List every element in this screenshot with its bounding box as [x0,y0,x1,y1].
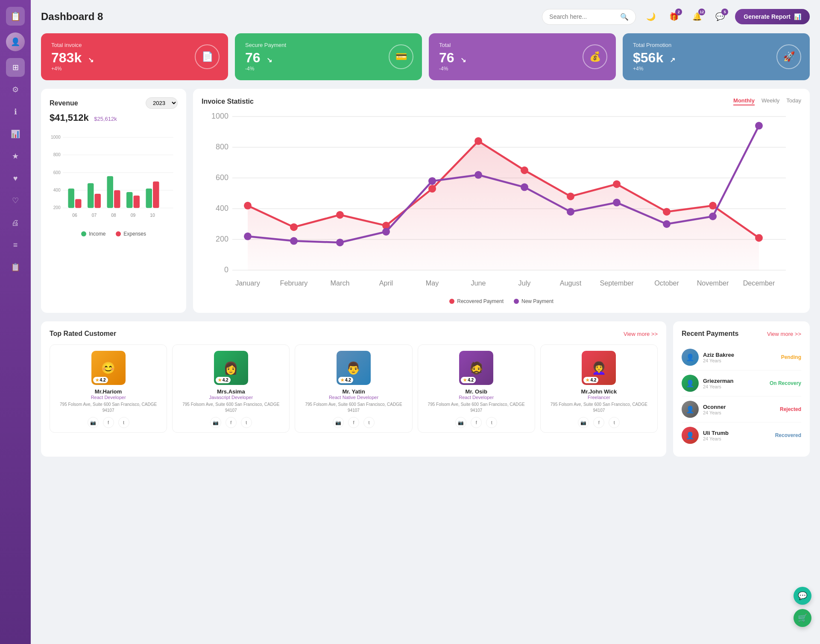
stat-label-payment: Secure Payment [245,42,286,48]
dark-mode-btn[interactable]: 🌙 [643,9,659,25]
sidebar-item-star[interactable]: ★ [6,147,25,166]
payment-status-3: Recovered [775,432,801,438]
facebook-icon-1[interactable]: f [226,417,237,428]
svg-point-62 [244,233,252,240]
payment-info-2: Oconner 24 Years [703,404,780,415]
bell-btn[interactable]: 🔔 12 [689,9,705,25]
chat-btn[interactable]: 💬 5 [712,9,728,25]
revenue-values: $41,512k $25,612k [50,112,178,123]
customer-addr-0: 795 Folsom Ave, Suite 600 San Francisco,… [54,402,162,414]
tab-weekly[interactable]: Weekly [761,97,779,105]
svg-text:June: June [471,279,486,287]
sidebar-item-print[interactable]: 🖨 [6,213,25,232]
svg-text:April: April [379,279,393,287]
legend-income: Income [81,231,105,237]
sidebar-item-dashboard[interactable]: ⊞ [6,58,25,77]
svg-rect-14 [95,194,101,208]
payment-age-0: 24 Years [703,358,781,363]
instagram-icon-3[interactable]: 📷 [455,417,466,428]
svg-rect-19 [126,192,132,208]
svg-rect-13 [88,183,94,208]
cart-float-btn[interactable]: 🛒 [794,609,811,627]
legend-recovered: Recovered Payment [449,298,504,304]
star-icon-3: ★ [463,378,467,382]
svg-rect-16 [107,176,113,208]
svg-rect-20 [134,195,140,208]
svg-rect-22 [146,189,152,208]
star-icon-1: ★ [218,378,222,382]
twitter-icon-2[interactable]: t [363,417,375,428]
sidebar-item-settings[interactable]: ⚙ [6,80,25,99]
facebook-icon-4[interactable]: f [593,417,604,428]
customer-avatar-0: 😊 ★ 4.2 [91,351,126,385]
sidebar-item-report[interactable]: 📋 [6,258,25,277]
search-input[interactable] [549,13,617,20]
svg-text:400: 400 [53,188,61,192]
rating-badge-0: ★ 4.2 [93,377,108,383]
payment-avatar-3: 👤 [682,427,699,444]
instagram-icon-1[interactable]: 📷 [210,417,221,428]
avatar[interactable]: 👤 [6,32,25,51]
customer-name-3: Mr. Osib [422,388,530,395]
invoice-chart-card: Invoice Statistic Monthly Weekly Today 1… [193,89,810,313]
stat-label-promo: Total Promotion [633,42,675,48]
stat-value-total: 76 ↘ [439,50,466,66]
sidebar-item-info[interactable]: ℹ [6,102,25,121]
stat-info-total: Total 76 ↘ -4% [439,42,466,72]
social-icons-2: 📷 f t [299,417,407,428]
legend-expenses: Expenses [116,231,146,237]
stat-card-payment: Secure Payment 76 ↘ -4% 💳 [235,33,422,80]
tab-monthly[interactable]: Monthly [733,97,755,105]
search-box[interactable]: 🔍 [542,9,636,25]
generate-report-button[interactable]: Generate Report 📊 [735,9,810,24]
social-icons-0: 📷 f t [54,417,162,428]
customer-list: 😊 ★ 4.2 Mr.Hariom React Developer 795 Fo… [50,344,658,433]
star-icon-0: ★ [95,378,99,382]
twitter-icon-0[interactable]: t [118,417,129,428]
svg-text:600: 600 [216,173,228,182]
svg-point-55 [474,137,482,145]
customer-item-0: 😊 ★ 4.2 Mr.Hariom React Developer 795 Fo… [50,344,167,433]
customer-item-4: 👩‍🦱 ★ 4.2 Mr.John Wick Freelancer 795 Fo… [540,344,658,433]
instagram-icon-0[interactable]: 📷 [88,417,99,428]
twitter-icon-1[interactable]: t [241,417,252,428]
svg-point-61 [755,234,763,242]
svg-point-67 [474,171,482,179]
payments-view-more[interactable]: View more >> [767,331,801,337]
sidebar-item-analytics[interactable]: 📊 [6,125,25,143]
expenses-label: Expenses [123,231,146,237]
twitter-icon-3[interactable]: t [486,417,497,428]
stat-label-total: Total [439,42,466,48]
twitter-icon-4[interactable]: t [609,417,620,428]
svg-point-51 [290,223,298,231]
svg-text:January: January [235,279,260,287]
instagram-icon-2[interactable]: 📷 [333,417,344,428]
facebook-icon-3[interactable]: f [471,417,482,428]
stat-label-invoice: Total invoice [51,42,94,48]
year-select[interactable]: 202320222021 [146,97,178,109]
facebook-icon-2[interactable]: f [348,417,359,428]
sidebar-item-heart1[interactable]: ♥ [6,169,25,188]
svg-point-72 [709,213,717,220]
svg-text:October: October [654,279,679,287]
customers-view-more[interactable]: View more >> [624,331,658,337]
tab-today[interactable]: Today [786,97,801,105]
payments-title: Recent Payments [682,330,738,338]
svg-point-68 [521,184,528,191]
facebook-icon-0[interactable]: f [103,417,114,428]
chat-float-btn[interactable]: 💬 [794,587,811,605]
instagram-icon-4[interactable]: 📷 [578,417,589,428]
payment-avatar-2: 👤 [682,401,699,418]
customers-header: Top Rated Customer View more >> [50,330,658,338]
svg-rect-11 [75,199,81,208]
invoice-title: Invoice Statistic [202,98,254,105]
svg-point-73 [755,122,763,130]
stat-card-total: Total 76 ↘ -4% 💰 [429,33,616,80]
invoice-header: Invoice Statistic Monthly Weekly Today [202,97,801,105]
gift-btn[interactable]: 🎁 2 [666,9,682,25]
sidebar-item-heart2[interactable]: ♡ [6,191,25,210]
svg-text:September: September [600,279,634,287]
sidebar-item-menu[interactable]: ≡ [6,236,25,254]
recovered-dot [449,299,454,304]
header: Dashboard 8 🔍 🌙 🎁 2 🔔 12 💬 5 Gen [41,9,810,25]
